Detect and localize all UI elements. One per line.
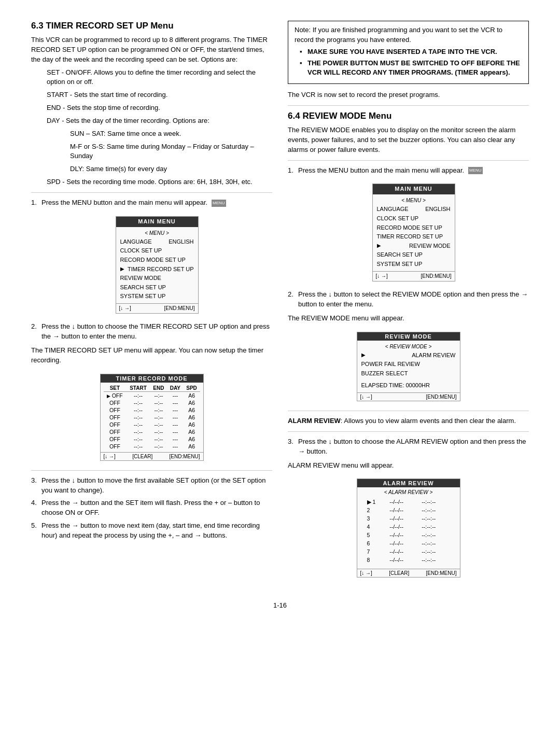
- option-spd: SPD - Sets the recording time mode. Opti…: [47, 177, 272, 187]
- menu-item-timer: TIMER RECORD SET UP: [120, 265, 194, 274]
- table-row: OFF--:----:-----A6: [104, 406, 200, 414]
- vcr-note-text: The VCR is now set to record the preset …: [288, 90, 529, 100]
- table-row: 2 --/--/-- --:--:--: [366, 506, 452, 514]
- table-row: OFF--:----:-----A6: [104, 443, 200, 450]
- divider-1: [31, 192, 272, 193]
- timer-box-container: TIMER RECORD MODE SET START END DAY SPD: [31, 370, 272, 465]
- alarm-menu-note: ALARM REVIEW menu will appear.: [288, 461, 529, 471]
- table-row: 5 --/--/-- --:--:--: [366, 531, 452, 539]
- steps-list-left: 1. Press the MENU button and the main me…: [31, 198, 272, 342]
- menu-item-search: SEARCH SET UP: [120, 283, 194, 292]
- alarm-box-container: ALARM REVIEW < ALARM REVIEW > ▶ 1 --/--/…: [288, 474, 529, 582]
- option-set: SET - ON/OFF. Allows you to define the t…: [47, 68, 272, 88]
- menu-item-record-r: RECORD MODE SET UP: [377, 223, 451, 233]
- divider-right-4: [288, 431, 529, 432]
- step-2-left: 2. Press the ↓ button to choose the TIME…: [31, 322, 272, 342]
- alarm-box-body: < ALARM REVIEW > ▶ 1 --/--/-- --:--:-- 2…: [357, 487, 460, 569]
- th-start: START: [126, 385, 150, 392]
- menu-item-review: REVIEW MODE: [120, 274, 194, 283]
- intro-text: This VCR can be programmed to record up …: [31, 35, 272, 65]
- main-menu-footer-left: [↓ →] [END:MENU]: [116, 303, 198, 314]
- section-64-title: 6.4 REVIEW MODE Menu: [288, 111, 529, 121]
- divider-2: [31, 470, 272, 471]
- day-sun-sat: SUN – SAT: Same time once a week.: [70, 129, 272, 139]
- steps-list-left-2: 3. Press the ↓ button to move the first …: [31, 476, 272, 541]
- menu-button-icon-right: MENU: [468, 167, 483, 174]
- step-1-left: 1. Press the MENU button and the main me…: [31, 198, 272, 318]
- table-row: OFF--:----:-----A6: [104, 421, 200, 428]
- timer-record-mode-box: TIMER RECORD MODE SET START END DAY SPD: [100, 374, 204, 461]
- table-row: ▶ 1 --/--/-- --:--:--: [366, 498, 452, 505]
- table-row: OFF--:----:-----A6: [104, 428, 200, 435]
- main-menu-container-left: MAIN MENU < MENU > LANGUAGEENGLISH CLOCK…: [41, 212, 272, 318]
- menu-button-icon: MENU: [212, 200, 226, 207]
- main-menu-header-right: MAIN MENU: [373, 184, 455, 194]
- timer-box-footer: [↓ →] [CLEAR] [END:MENU]: [101, 452, 203, 460]
- menu-item-system: SYSTEM SET UP: [120, 292, 194, 301]
- page-layout: 6.3 TIMER RECORD SET UP Menu This VCR ca…: [31, 21, 529, 586]
- note-bullet-1: MAKE SURE YOU HAVE INSERTED A TAPE INTO …: [300, 47, 522, 57]
- td-end: --:--: [150, 391, 167, 399]
- menu-item-search-r: SEARCH SET UP: [377, 250, 451, 260]
- note-bullet-2: THE POWER BUTTON MUST BE SWITCHED TO OFF…: [300, 59, 522, 77]
- alarm-box-submenu: < ALARM REVIEW >: [360, 489, 457, 495]
- td-day: ---: [167, 391, 183, 399]
- right-column: Note: If you are finished programming an…: [288, 21, 529, 586]
- menu-item-language-r: LANGUAGEENGLISH: [377, 205, 451, 214]
- step-1-right: 1. Press the MENU button and the main me…: [288, 166, 529, 286]
- td-spd: A6: [184, 391, 200, 399]
- alarm-review-desc: ALARM REVIEW: Allows you to view alarm e…: [288, 416, 529, 426]
- main-menu-body-left: < MENU > LANGUAGEENGLISH CLOCK SET UP RE…: [116, 227, 198, 303]
- timer-box-body: SET START END DAY SPD OFF --:--: [101, 383, 203, 452]
- main-menu-submenu-left: < MENU >: [120, 229, 194, 237]
- page-number: 1-16: [31, 601, 529, 609]
- table-row: 4 --/--/-- --:--:--: [366, 523, 452, 530]
- table-row: OFF--:----:-----A6: [104, 399, 200, 406]
- menu-item-clock-r: CLOCK SET UP: [377, 214, 451, 223]
- left-column: 6.3 TIMER RECORD SET UP Menu This VCR ca…: [31, 21, 272, 586]
- day-mf: M-F or S-S: Same time during Monday – Fr…: [70, 142, 272, 162]
- review-alarm-review: ALARM REVIEW: [361, 351, 456, 360]
- review-mode-box: REVIEW MODE < REVIEW MODE > ALARM REVIEW…: [357, 332, 460, 401]
- step-3-left: 3. Press the ↓ button to move the first …: [31, 476, 272, 496]
- review-buzzer: BUZZER SELECT: [361, 369, 456, 378]
- th-end: END: [150, 385, 167, 392]
- timer-table-body: OFF --:-- --:-- --- A6 OFF--:----:-----A…: [104, 391, 200, 450]
- th-spd: SPD: [184, 385, 200, 392]
- th-set: SET: [104, 385, 127, 392]
- table-row: 3 --/--/-- --:--:--: [366, 515, 452, 522]
- main-menu-submenu-right: < MENU >: [377, 196, 451, 205]
- review-box-body: < REVIEW MODE > ALARM REVIEW POWER FAIL …: [357, 341, 460, 392]
- divider-right-1: [288, 105, 529, 106]
- main-menu-footer-right: [↓ →] [END:MENU]: [373, 271, 455, 281]
- steps-list-right: 1. Press the MENU button and the main me…: [288, 166, 529, 309]
- steps-list-right-2: 3. Press the ↓ button to choose the ALAR…: [288, 437, 529, 457]
- menu-item-review-r: REVIEW MODE: [377, 242, 451, 251]
- review-intro-text: The REVIEW MODE enables you to display o…: [288, 125, 529, 155]
- table-row: OFF--:----:-----A6: [104, 414, 200, 421]
- alarm-table-body: ▶ 1 --/--/-- --:--:-- 2 --/--/-- --:--:-…: [366, 498, 452, 564]
- elapsed-time: ELAPSED TIME: 00000HR: [361, 381, 456, 390]
- option-end: END - Sets the stop time of recording.: [47, 103, 272, 113]
- divider-right-2: [288, 160, 529, 161]
- menu-item-language: LANGUAGEENGLISH: [120, 237, 194, 247]
- review-power-fail: POWER FAIL REVIEW: [361, 360, 456, 369]
- options-list: SET - ON/OFF. Allows you to define the t…: [47, 68, 272, 187]
- option-start: START - Sets the start time of recording…: [47, 90, 272, 100]
- divider-right-3: [288, 411, 529, 411]
- review-box-container: REVIEW MODE < REVIEW MODE > ALARM REVIEW…: [288, 328, 529, 405]
- review-box-submenu: < REVIEW MODE >: [361, 343, 456, 351]
- main-menu-header-left: MAIN MENU: [116, 217, 198, 227]
- table-row: 7 --/--/-- --:--:--: [366, 548, 452, 555]
- alarm-box-footer: [↓ →] [CLEAR] [END:MENU]: [357, 569, 460, 577]
- menu-item-record: RECORD MODE SET UP: [120, 256, 194, 265]
- menu-item-clock: CLOCK SET UP: [120, 246, 194, 256]
- step-3-right: 3. Press the ↓ button to choose the ALAR…: [288, 437, 529, 457]
- option-day: DAY - Sets the day of the timer recordin…: [47, 116, 272, 126]
- note-intro: Note: If you are finished programming an…: [295, 25, 522, 45]
- timer-intro-text: The TIMER RECORD SET UP menu will appear…: [31, 346, 272, 365]
- table-row: OFF --:-- --:-- --- A6: [104, 391, 200, 399]
- td-start: --:--: [126, 391, 150, 399]
- section-63-title: 6.3 TIMER RECORD SET UP Menu: [31, 21, 272, 31]
- td-set: OFF: [104, 391, 127, 399]
